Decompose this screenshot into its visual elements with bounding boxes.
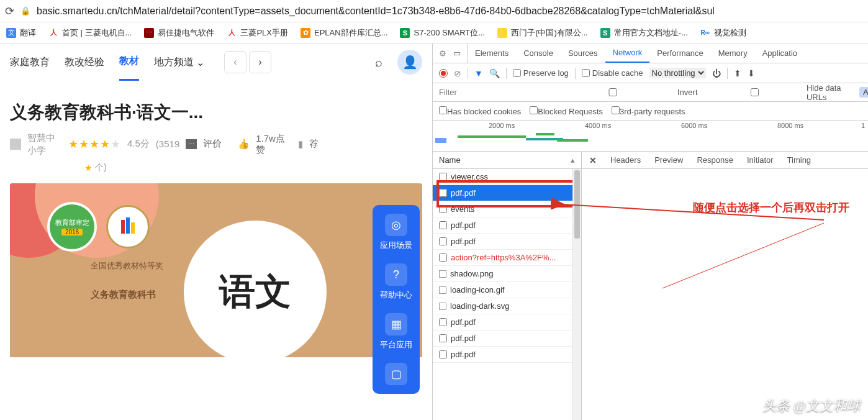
- preserve-log-checkbox[interactable]: Preserve log: [513, 68, 569, 78]
- tab-elements[interactable]: Elements: [468, 43, 516, 63]
- network-timeline[interactable]: 2000 ms 4000 ms 6000 ms 8000 ms 1: [433, 121, 868, 152]
- bookmark-item[interactable]: 文翻译: [6, 27, 36, 39]
- tab-network[interactable]: Network: [605, 43, 650, 63]
- approval-badge: 教育部审定 2016: [47, 202, 97, 252]
- hide-data-urls-checkbox[interactable]: Hide data URLs: [705, 83, 852, 102]
- side-more[interactable]: ▢: [385, 363, 407, 385]
- page-meta: 智慧中小学 ★★★★★ 4.5分 (3519 ⋯ 评价 👍 1.7w点赞 ▮ 荐…: [0, 129, 432, 183]
- bookmark-item[interactable]: 人首页 | 三菱电机自...: [48, 27, 132, 39]
- dtab-initiator[interactable]: Initiator: [747, 155, 774, 165]
- request-row[interactable]: events: [433, 201, 581, 217]
- nav-item[interactable]: 地方频道⌄: [154, 56, 204, 69]
- record-icon[interactable]: [439, 69, 448, 78]
- comment-icon[interactable]: ⋯: [186, 139, 197, 149]
- download-icon[interactable]: ⬇: [748, 68, 755, 78]
- type-all[interactable]: All: [859, 87, 868, 98]
- invert-checkbox[interactable]: Invert: [551, 88, 698, 97]
- bookmark-label: EPLAN部件库汇总...: [314, 27, 387, 39]
- request-list: Name ▴ viewer.csspdf.pdfeventspdf.pdfpdf…: [433, 152, 582, 420]
- search-icon[interactable]: ⌕: [375, 55, 382, 70]
- subtitle-text: 义务教育教科书: [91, 289, 156, 301]
- award-badge: [106, 205, 150, 249]
- bookmark-item[interactable]: 人三菱PLX手册: [227, 27, 288, 39]
- scrollbar[interactable]: [572, 169, 581, 420]
- page-content: 家庭教育 教改经验 教材 地方频道⌄ ‹ › ⌕ 👤 义务教育教科书·语文一..…: [0, 43, 432, 420]
- close-icon[interactable]: ✕: [589, 155, 597, 165]
- dtab-preview[interactable]: Preview: [654, 155, 683, 165]
- request-row[interactable]: shadow.png: [433, 266, 581, 282]
- svg-line-5: [662, 223, 824, 288]
- side-help[interactable]: ?帮助中心: [380, 263, 412, 301]
- blocked-requests-checkbox[interactable]: Blocked Requests: [530, 106, 603, 116]
- rating-value: 4.5分: [127, 138, 150, 150]
- more-icon: ▢: [385, 363, 407, 385]
- reload-icon[interactable]: ⟳: [5, 4, 14, 18]
- tab-memory[interactable]: Memory: [711, 43, 755, 63]
- bookmark-item[interactable]: SS7-200 SMART位...: [400, 27, 485, 39]
- clear-icon[interactable]: ⊘: [454, 68, 461, 78]
- request-row[interactable]: loading-dark.svg: [433, 298, 581, 314]
- tab-sources[interactable]: Sources: [561, 43, 605, 63]
- tab-console[interactable]: Console: [516, 43, 561, 63]
- tab-application[interactable]: Applicatio: [755, 43, 805, 63]
- upload-icon[interactable]: ⬆: [734, 68, 741, 78]
- side-platform[interactable]: ▦平台应用: [380, 313, 412, 350]
- request-row[interactable]: pdf.pdf: [433, 347, 581, 363]
- request-row[interactable]: pdf.pdf: [433, 331, 581, 347]
- request-row[interactable]: pdf.pdf: [433, 234, 581, 250]
- request-row[interactable]: viewer.css: [433, 169, 581, 185]
- rec-label: 荐: [309, 138, 319, 150]
- page-title: 义务教育教科书·语文一...: [10, 101, 422, 124]
- avatar[interactable]: 👤: [397, 50, 422, 75]
- book-name: 语文: [184, 221, 327, 357]
- bookmark-item[interactable]: 西门子(中国)有限公...: [497, 27, 588, 39]
- next-button[interactable]: ›: [249, 51, 271, 73]
- device-icon[interactable]: ▭: [453, 48, 461, 58]
- bookmarks-bar: 文翻译 人首页 | 三菱电机自... ⋯易佳捷电气软件 人三菱PLX手册 ✿EP…: [0, 22, 868, 43]
- side-app-scene[interactable]: ◎应用场景: [380, 214, 412, 251]
- bookmark-icon[interactable]: ▮: [298, 139, 303, 150]
- throttling-select[interactable]: No throttling: [649, 68, 706, 78]
- nav-item[interactable]: 家庭教育: [10, 56, 50, 69]
- bookmark-item[interactable]: ⋯易佳捷电气软件: [144, 27, 214, 39]
- svg-rect-2: [131, 222, 135, 234]
- filter-icon[interactable]: ▼: [474, 68, 483, 78]
- request-row[interactable]: pdf.pdf: [433, 185, 581, 201]
- thumb-up-icon[interactable]: 👍: [238, 139, 250, 150]
- bookmark-item[interactable]: R∞视觉检测: [700, 27, 746, 39]
- request-row[interactable]: loading-icon.gif: [433, 282, 581, 298]
- nav-arrows: ‹ ›: [224, 51, 271, 73]
- request-row[interactable]: pdf.pdf: [433, 314, 581, 331]
- nav-item-active[interactable]: 教材: [119, 55, 139, 81]
- bookmark-label: 三菱PLX手册: [240, 27, 288, 39]
- dtab-response[interactable]: Response: [697, 155, 733, 165]
- tab-performance[interactable]: Performance: [649, 43, 710, 63]
- bookmark-label: 翻译: [20, 27, 36, 39]
- request-row[interactable]: pdf.pdf: [433, 217, 581, 234]
- disable-cache-checkbox[interactable]: Disable cache: [582, 68, 643, 78]
- wifi-icon[interactable]: ⏻: [712, 68, 721, 78]
- blocked-cookies-checkbox[interactable]: Has blocked cookies: [439, 106, 521, 116]
- search-icon[interactable]: 🔍: [489, 68, 500, 78]
- scene-icon: ◎: [385, 214, 407, 236]
- thirdparty-checkbox[interactable]: 3rd-party requests: [612, 106, 685, 116]
- bookmark-item[interactable]: ✿EPLAN部件库汇总...: [301, 27, 387, 39]
- url-text[interactable]: basic.smartedu.cn/tchMaterial/detail?con…: [37, 6, 715, 17]
- prev-button[interactable]: ‹: [224, 51, 246, 73]
- bookmark-item[interactable]: S常用官方文档地址-...: [600, 27, 688, 39]
- rating-stars: ★★★★★: [68, 137, 121, 151]
- lock-icon[interactable]: 🔒: [20, 6, 30, 16]
- apps-icon: ▦: [385, 313, 407, 336]
- svg-rect-0: [121, 220, 125, 234]
- request-row[interactable]: action?ref=https%3A%2F%...: [433, 250, 581, 266]
- dtab-timing[interactable]: Timing: [787, 155, 811, 165]
- dtab-headers[interactable]: Headers: [610, 155, 641, 165]
- prize-text: 全国优秀教材特等奖: [91, 260, 163, 272]
- watermark: 头条 @文文和球: [762, 396, 861, 415]
- request-list-header[interactable]: Name ▴: [433, 152, 581, 169]
- filter-input[interactable]: [439, 88, 543, 97]
- comment-label[interactable]: 评价: [203, 138, 222, 150]
- devtools: ⯐ ▭ Elements Console Sources Network Per…: [432, 43, 868, 420]
- inspect-icon[interactable]: ⯐: [439, 48, 447, 58]
- nav-item[interactable]: 教改经验: [65, 56, 104, 69]
